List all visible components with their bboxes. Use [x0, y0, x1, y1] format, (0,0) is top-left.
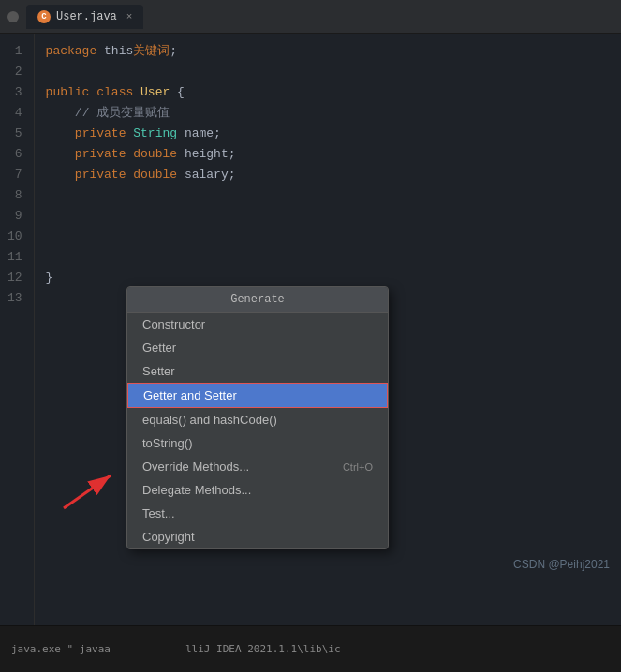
status-bar: java.exe "-javaa lliJ IDEA 2021.1.1\lib\… [0, 625, 621, 672]
menu-item-tostring[interactable]: toString() [127, 431, 388, 455]
editor-area: 1 2 3 4 5 6 7 8 9 10 11 12 13 package th… [0, 34, 621, 625]
menu-item-override-methods[interactable]: Override Methods... Ctrl+O [127, 455, 388, 478]
watermark: CSDN @Peihj2021 [513, 558, 610, 571]
menu-item-getter-setter[interactable]: Getter and Setter [127, 383, 388, 408]
line-numbers: 1 2 3 4 5 6 7 8 9 10 11 12 13 [0, 34, 35, 625]
menu-item-delegate-methods[interactable]: Delegate Methods... [127, 478, 388, 502]
editor-tab[interactable]: C User.java × [26, 5, 143, 29]
window-controls [7, 11, 19, 22]
context-menu: Generate Constructor Getter Setter Gette… [126, 286, 389, 549]
tab-label: User.java [56, 10, 117, 23]
menu-header: Generate [127, 287, 388, 313]
menu-item-equals-hashcode[interactable]: equals() and hashCode() [127, 408, 388, 431]
arrow-indicator [54, 461, 129, 522]
menu-item-getter[interactable]: Getter [127, 336, 388, 359]
menu-item-setter[interactable]: Setter [127, 359, 388, 383]
svg-line-1 [64, 475, 111, 508]
status-text: java.exe "-javaa [11, 643, 111, 655]
tab-file-icon: C [37, 10, 51, 23]
win-minimize[interactable] [7, 11, 19, 22]
menu-item-copyright[interactable]: Copyright [127, 525, 388, 548]
tab-close-button[interactable]: × [126, 11, 133, 22]
idea-info: lliJ IDEA 2021.1.1\lib\ic [185, 643, 341, 655]
menu-item-test[interactable]: Test... [127, 502, 388, 525]
menu-item-constructor[interactable]: Constructor [127, 313, 388, 336]
title-bar: C User.java × [0, 0, 621, 34]
